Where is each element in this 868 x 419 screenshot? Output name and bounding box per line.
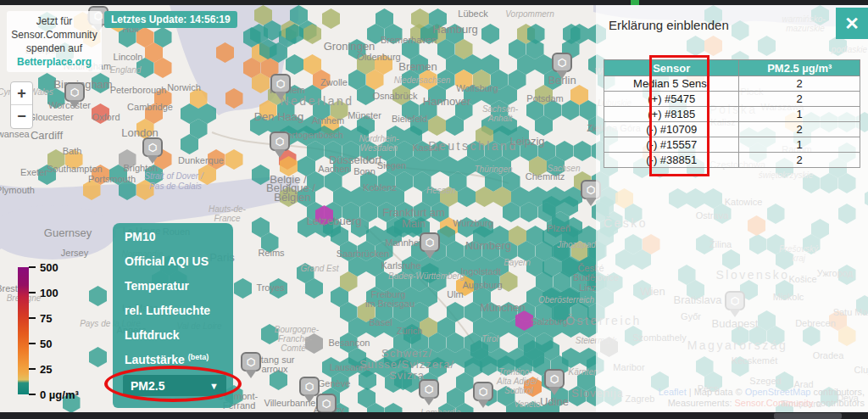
- value-cell: 2: [739, 92, 860, 107]
- legend-tick: [29, 368, 36, 370]
- donation-line: Sensor.Community: [8, 28, 100, 42]
- legend-tick-label: 100: [40, 287, 58, 299]
- map-label: Bremerhaven: [381, 35, 437, 45]
- table-row: Median 5 Sens.2: [604, 76, 860, 92]
- cluster-marker[interactable]: ⬡: [316, 394, 337, 412]
- map-label: Bonn: [353, 166, 376, 176]
- map-label: Peterborough: [110, 85, 167, 95]
- menu-item-official-aqi-us[interactable]: Official AQI US: [125, 254, 209, 268]
- cluster-marker-icon: ⬡: [544, 369, 565, 388]
- menu-item-pm10[interactable]: PM10: [125, 230, 156, 243]
- cluster-marker[interactable]: ⬡: [420, 232, 440, 259]
- legend-gradient-bar: [18, 267, 29, 394]
- cluster-marker-tip: [548, 387, 560, 395]
- cluster-marker[interactable]: ⬡: [419, 379, 439, 405]
- menu-item-temperatur[interactable]: Temperatur: [125, 279, 189, 293]
- app-screen: LeedsHullLiverpoolLincolnNottinghamEngla…: [0, 0, 868, 419]
- cluster-marker-tip: [303, 394, 315, 403]
- zoom-in-button[interactable]: +: [11, 82, 32, 105]
- cluster-marker-icon: ⬡: [419, 379, 439, 399]
- cluster-marker[interactable]: ⬡: [270, 74, 291, 100]
- cluster-marker[interactable]: ⬡: [270, 131, 290, 158]
- map-label: Arnhem: [312, 115, 345, 126]
- map-label: Letzebuerg: [306, 215, 361, 227]
- cluster-marker-icon: ⬡: [420, 232, 440, 252]
- cluster-marker[interactable]: ⬡: [473, 382, 493, 408]
- map-label: Trentino-: [498, 367, 531, 377]
- map-label: Siegen: [377, 160, 406, 170]
- map-label: France: [214, 214, 240, 223]
- close-button[interactable]: ✕: [836, 8, 868, 39]
- map-label: Sudtirol: [504, 386, 533, 395]
- map-label: Swansea: [0, 129, 30, 139]
- cluster-marker-tip: [585, 198, 597, 206]
- map-label: Ulm: [447, 289, 464, 299]
- map-label: Bath: [63, 146, 82, 156]
- map-label: Strait of Dover /: [144, 171, 203, 181]
- map-label: Plymouth: [0, 185, 35, 195]
- map-label: Linz: [579, 282, 596, 293]
- map-label: Augsburg: [462, 280, 502, 290]
- table-row: (-) #107092: [604, 122, 860, 137]
- menu-item-lautst-rke[interactable]: Lautstärke (beta): [125, 353, 209, 367]
- cluster-marker-tip: [424, 250, 436, 259]
- map-label: Thüringen: [474, 165, 512, 174]
- cluster-marker-tip: [69, 100, 81, 109]
- map-label: Anhalt: [488, 114, 512, 123]
- betterplace-link[interactable]: Betterplace.org: [8, 55, 100, 69]
- map-label: Kärnten: [568, 367, 598, 377]
- map-label: Plzeň: [547, 223, 570, 233]
- map-label: Norwich: [167, 82, 201, 92]
- cluster-marker-tip: [556, 70, 568, 79]
- map-label: Basel: [369, 317, 392, 327]
- cluster-marker[interactable]: ⬡: [64, 82, 85, 109]
- cluster-marker[interactable]: ⬡: [241, 352, 261, 378]
- map-label: Bielefeld: [392, 114, 427, 124]
- map-label: Saarbrücken: [337, 249, 389, 259]
- menu-item-luftdruck[interactable]: Luftdruck: [125, 328, 180, 342]
- map-label: Troyes: [256, 282, 284, 293]
- legend-tick-label: 75: [40, 312, 52, 325]
- map-label: Den Haag: [254, 110, 304, 123]
- map-label: Westfalen: [360, 143, 398, 153]
- map-label: Baden-Württemberg: [388, 271, 465, 281]
- cluster-marker[interactable]: ⬡: [552, 53, 572, 79]
- cluster-marker-icon: ⬡: [316, 394, 337, 412]
- cluster-marker-tip: [274, 149, 286, 158]
- map-label: Ingolstadt: [460, 266, 501, 277]
- panel-title[interactable]: Erklärung einblenden: [609, 18, 729, 32]
- map-label: Wolfsburg: [456, 83, 498, 93]
- map-label: Guernsey: [44, 226, 92, 239]
- map-label: Nürnberg: [465, 239, 511, 252]
- map-label: Salzburg: [531, 316, 567, 327]
- map-label: Leipzig: [509, 135, 544, 148]
- map-label: Nederland: [280, 94, 353, 108]
- map-label: Comté: [281, 344, 305, 353]
- cluster-marker-icon: ⬡: [473, 382, 493, 401]
- map-label: Sachsen-: [482, 104, 518, 114]
- table-header-value: PM2.5 µg/m³: [739, 60, 860, 76]
- menu-item-beta-tag: (beta): [188, 353, 209, 361]
- map-label: Münster: [348, 110, 381, 120]
- cluster-marker[interactable]: ⬡: [142, 137, 163, 164]
- menu-item-rel-luftfeuchte[interactable]: rel. Luftfeuchte: [125, 304, 210, 317]
- map-label: Udine: [540, 395, 569, 408]
- table-row: (-) #388512: [604, 153, 860, 168]
- value-cell: 2: [739, 153, 860, 168]
- cluster-marker-tip: [423, 397, 435, 405]
- value-cell: 2: [739, 76, 860, 92]
- map-label: Southampton: [47, 164, 102, 174]
- close-icon: ✕: [844, 14, 860, 34]
- zoom-out-button[interactable]: −: [11, 105, 32, 128]
- map-label: Cambridge: [127, 102, 173, 112]
- cluster-marker[interactable]: ⬡: [544, 369, 565, 395]
- legend-tick-label: 50: [40, 338, 52, 350]
- top-screen-bar: [0, 0, 868, 5]
- table-row: (+) #54752: [604, 92, 860, 107]
- value-cell: 1: [739, 137, 860, 153]
- map-label: Reims: [258, 248, 284, 258]
- map-label: Jersey: [61, 248, 88, 258]
- legend-tick-label: 500: [40, 261, 58, 274]
- cluster-marker-tip: [245, 370, 257, 378]
- map-label: Belgien: [274, 191, 310, 204]
